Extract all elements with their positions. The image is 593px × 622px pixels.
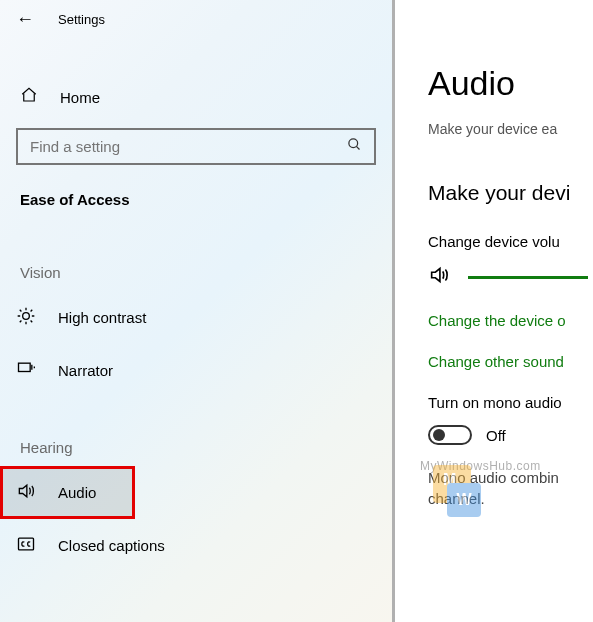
volume-slider-row bbox=[428, 264, 593, 290]
svg-point-0 bbox=[349, 139, 358, 148]
sidebar-item-label: High contrast bbox=[58, 309, 146, 326]
page-title: Audio bbox=[428, 64, 593, 103]
search-wrap bbox=[16, 128, 376, 165]
app-title: Settings bbox=[58, 12, 105, 27]
sidebar-item-label: Closed captions bbox=[58, 537, 165, 554]
volume-label: Change device volu bbox=[428, 233, 593, 250]
toggle-state-label: Off bbox=[486, 427, 506, 444]
page-subtitle: Make your device ea bbox=[428, 121, 593, 137]
brightness-icon bbox=[16, 306, 36, 329]
mono-toggle-row: Off bbox=[428, 425, 593, 445]
titlebar: ← Settings bbox=[0, 0, 392, 38]
sidebar-item-narrator[interactable]: Narrator bbox=[0, 344, 392, 397]
home-label: Home bbox=[60, 89, 100, 106]
svg-rect-3 bbox=[19, 538, 34, 550]
closed-captions-icon bbox=[16, 534, 36, 557]
back-arrow-icon[interactable]: ← bbox=[16, 10, 34, 28]
speaker-icon bbox=[428, 264, 450, 290]
search-box[interactable] bbox=[16, 128, 376, 165]
sidebar: ← Settings Home Ease of Access Vision bbox=[0, 0, 395, 622]
link-change-other-sound[interactable]: Change other sound bbox=[428, 353, 593, 370]
mono-audio-label: Turn on mono audio bbox=[428, 394, 593, 411]
search-icon bbox=[347, 137, 362, 156]
svg-point-1 bbox=[23, 313, 30, 320]
sidebar-item-label: Audio bbox=[58, 484, 96, 501]
content-panel: Audio Make your device ea Make your devi… bbox=[398, 0, 593, 622]
sidebar-item-high-contrast[interactable]: High contrast bbox=[0, 291, 392, 344]
volume-slider[interactable] bbox=[468, 276, 588, 279]
link-change-device[interactable]: Change the device o bbox=[428, 312, 593, 329]
home-nav[interactable]: Home bbox=[0, 74, 392, 120]
section-title: Ease of Access bbox=[0, 165, 392, 222]
group-hearing-label: Hearing bbox=[0, 397, 392, 466]
narrator-icon bbox=[16, 359, 36, 382]
speaker-icon bbox=[16, 481, 36, 504]
search-input[interactable] bbox=[30, 138, 347, 155]
svg-rect-2 bbox=[19, 363, 31, 371]
mono-audio-toggle[interactable] bbox=[428, 425, 472, 445]
sidebar-item-audio[interactable]: Audio bbox=[0, 466, 135, 519]
sidebar-item-label: Narrator bbox=[58, 362, 113, 379]
group-vision-label: Vision bbox=[0, 222, 392, 291]
section-heading: Make your devi bbox=[428, 181, 593, 205]
mono-desc: Mono audio combin channel. bbox=[428, 467, 593, 509]
sidebar-item-closed-captions[interactable]: Closed captions bbox=[0, 519, 392, 572]
home-icon bbox=[20, 86, 38, 108]
